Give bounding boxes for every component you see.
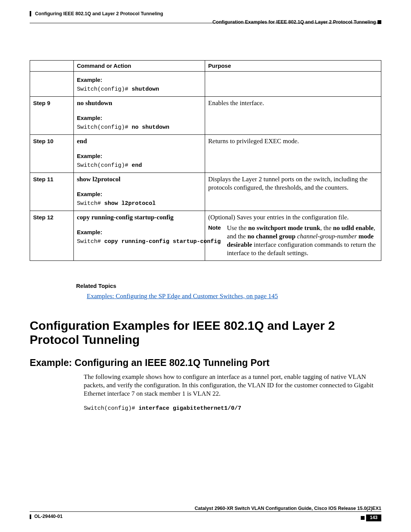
command-name: end <box>77 137 87 145</box>
code-example: Switch(config)# end <box>77 162 202 169</box>
note-block: Note Use the no switchport mode trunk, t… <box>208 224 378 257</box>
example-label: Example: <box>77 114 202 122</box>
main-content: Command or Action Purpose Example: Switc… <box>30 60 381 412</box>
purpose-text: Enables the interface. <box>208 99 264 107</box>
related-title: Related Topics <box>76 282 381 290</box>
th-purpose: Purpose <box>205 61 381 72</box>
note-label: Note <box>208 224 221 257</box>
section-heading: Configuration Examples for IEEE 802.1Q a… <box>30 319 381 347</box>
note-body: Use the no switchport mode trunk, the no… <box>227 224 378 257</box>
intro-paragraph: The following example shows how to confi… <box>84 373 381 398</box>
code-example: Switch(config)# shutdown <box>77 86 202 93</box>
subsection-heading: Example: Configuring an IEEE 802.1Q Tunn… <box>30 356 381 369</box>
example-label: Example: <box>77 76 202 84</box>
header-square-icon <box>378 20 381 24</box>
table-row: Step 11 show l2protocol Example: Switch#… <box>30 173 381 211</box>
table-row: Step 9 no shutdown Example: Switch(confi… <box>30 96 381 134</box>
footer-docid: OL-29440-01 <box>34 513 62 519</box>
command-name: no shutdown <box>77 99 112 107</box>
example-label: Example: <box>77 190 202 198</box>
code-example: Switch(config)# no shutdown <box>77 124 202 131</box>
th-step <box>30 61 74 72</box>
chapter-title: Configuring IEEE 802.1Q and Layer 2 Prot… <box>35 11 163 17</box>
table-row: Step 12 copy running-config startup-conf… <box>30 211 381 260</box>
table-row: Step 10 end Example: Switch(config)# end… <box>30 134 381 173</box>
footer-marker <box>30 514 31 519</box>
th-command: Command or Action <box>74 61 205 72</box>
footer-square-icon <box>361 516 365 520</box>
code-example: Switch# copy running-config startup-conf… <box>77 238 202 246</box>
example-label: Example: <box>77 152 202 160</box>
command-name: show l2protocol <box>77 176 120 183</box>
footer-guide-title: Catalyst 2960-XR Switch VLAN Configurati… <box>195 506 381 511</box>
step-label: Step 11 <box>33 176 53 182</box>
purpose-text: Displays the Layer 2 tunnel ports on the… <box>208 176 368 191</box>
step-label: Step 12 <box>33 214 53 220</box>
example-label: Example: <box>77 228 202 236</box>
page-footer: Catalyst 2960-XR Switch VLAN Configurati… <box>30 505 381 521</box>
related-link[interactable]: Examples: Configuring the SP Edge and Cu… <box>87 292 381 300</box>
purpose-text: (Optional) Saves your entries in the con… <box>208 214 349 221</box>
header-marker <box>30 11 31 16</box>
page-number: 143 <box>366 514 381 521</box>
page-header: Configuring IEEE 802.1Q and Layer 2 Prot… <box>30 11 381 17</box>
header-rule <box>30 23 381 23</box>
table-row: Example: Switch(config)# shutdown <box>30 71 381 96</box>
step-label: Step 9 <box>33 100 50 106</box>
footer-rule <box>30 511 381 512</box>
section-title-header: Configuration Examples for IEEE 802.1Q a… <box>212 19 376 25</box>
purpose-text: Returns to privileged EXEC mode. <box>208 137 299 145</box>
related-topics: Related Topics Examples: Configuring the… <box>76 282 381 300</box>
command-name: copy running-config startup-config <box>77 214 174 221</box>
config-code-line: Switch(config)# interface gigabitetherne… <box>84 405 381 412</box>
command-table: Command or Action Purpose Example: Switc… <box>30 60 381 261</box>
code-example: Switch# show l2protocol <box>77 200 202 208</box>
step-label: Step 10 <box>33 138 53 144</box>
